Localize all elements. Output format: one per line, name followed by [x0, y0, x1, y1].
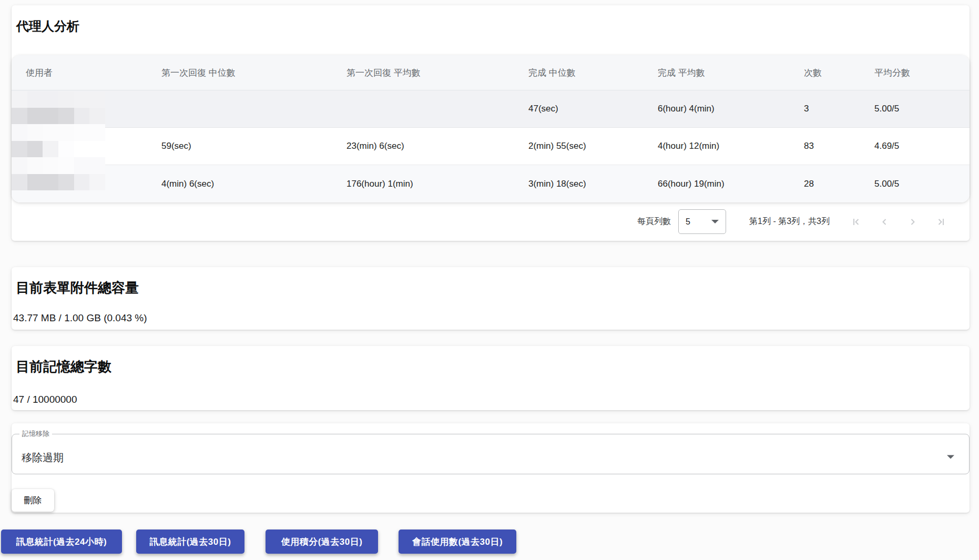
- cell-score: 5.00/5: [874, 104, 970, 114]
- column-header-count: 次數: [804, 67, 874, 79]
- memory-word-count-value: 47 / 10000000: [13, 394, 77, 405]
- cell-done-median: 3(min) 18(sec): [528, 179, 658, 189]
- chevron-down-icon: [947, 455, 954, 459]
- usage-credits-30d-button[interactable]: 使用積分(過去30日): [266, 530, 378, 554]
- cell-done-mean: 6(hour) 4(min): [658, 104, 804, 114]
- memory-remove-card: 記憶移除 移除過期 刪除: [12, 423, 970, 513]
- agent-analysis-table: 使用者 第一次回復 中位數 第一次回復 平均數 完成 中位數 完成 平均數 次數…: [12, 55, 970, 202]
- cell-count: 3: [804, 104, 874, 114]
- cell-score: 4.69/5: [874, 141, 970, 151]
- attachment-capacity-title: 目前表單附件總容量: [16, 279, 139, 297]
- cell-count: 83: [804, 141, 874, 151]
- column-header-user: 使用者: [26, 67, 161, 79]
- previous-page-button[interactable]: [879, 217, 890, 227]
- memory-remove-label: 記憶移除: [19, 430, 52, 438]
- table-header-row: 使用者 第一次回復 中位數 第一次回復 平均數 完成 中位數 完成 平均數 次數…: [12, 55, 970, 90]
- cell-first-reply-mean: 176(hour) 1(min): [346, 179, 528, 189]
- pagination-controls: [851, 217, 946, 227]
- agent-analysis-title: 代理人分析: [16, 18, 79, 35]
- chevron-left-icon: [879, 217, 890, 227]
- cell-count: 28: [804, 179, 874, 189]
- attachment-capacity-card: 目前表單附件總容量 43.77 MB / 1.00 GB (0.043 %): [12, 267, 970, 330]
- memory-word-count-title: 目前記憶總字數: [16, 358, 111, 376]
- column-header-done-mean: 完成 平均數: [658, 67, 804, 79]
- session-usage-30d-button[interactable]: 會話使用數(過去30日): [399, 530, 516, 554]
- admin-dashboard-page: 代理人分析 使用者 第一次回復 中位數 第一次回復 平均數 完成 中位數 完成 …: [0, 0, 979, 560]
- first-page-icon: [851, 217, 861, 227]
- chevron-right-icon: [907, 217, 918, 227]
- agent-analysis-card: 代理人分析 使用者 第一次回復 中位數 第一次回復 平均數 完成 中位數 完成 …: [12, 5, 970, 241]
- redacted-user-names: [12, 91, 105, 190]
- last-page-button[interactable]: [936, 217, 946, 227]
- cell-done-median: 2(min) 55(sec): [528, 141, 658, 151]
- column-header-first-reply-median: 第一次回復 中位數: [161, 67, 346, 79]
- delete-button[interactable]: 刪除: [12, 489, 54, 512]
- rows-per-page-select[interactable]: 5: [678, 209, 726, 234]
- rows-per-page-value: 5: [686, 217, 690, 227]
- cell-done-mean: 4(hour) 12(min): [658, 141, 804, 151]
- column-header-done-median: 完成 中位數: [528, 67, 658, 79]
- cell-first-reply-median: 59(sec): [161, 141, 346, 151]
- memory-word-count-card: 目前記憶總字數 47 / 10000000: [12, 346, 970, 410]
- chevron-down-icon: [711, 220, 719, 223]
- next-page-button[interactable]: [907, 217, 918, 227]
- table-row: 4(min) 6(sec) 176(hour) 1(min) 3(min) 18…: [12, 165, 970, 202]
- attachment-capacity-value: 43.77 MB / 1.00 GB (0.043 %): [13, 312, 147, 324]
- memory-remove-selected-value: 移除過期: [22, 451, 64, 465]
- column-header-first-reply-mean: 第一次回復 平均數: [346, 67, 528, 79]
- table-pagination: 每頁列數 5 第1列 - 第3列，共3列: [12, 202, 970, 241]
- cell-first-reply-median: 4(min) 6(sec): [161, 179, 346, 189]
- cell-done-median: 47(sec): [528, 104, 658, 114]
- table-row: 47(sec) 6(hour) 4(min) 3 5.00/5: [12, 90, 970, 128]
- cell-score: 5.00/5: [874, 179, 970, 189]
- pagination-range-label: 第1列 - 第3列，共3列: [749, 216, 830, 227]
- message-stats-24h-button[interactable]: 訊息統計(過去24小時): [1, 530, 122, 554]
- memory-remove-select[interactable]: 記憶移除 移除過期: [12, 430, 970, 474]
- first-page-button[interactable]: [851, 217, 861, 227]
- message-stats-30d-button[interactable]: 訊息統計(過去30日): [136, 530, 244, 554]
- cell-done-mean: 66(hour) 19(min): [658, 179, 804, 189]
- rows-per-page-label: 每頁列數: [637, 216, 671, 227]
- cell-first-reply-mean: 23(min) 6(sec): [346, 141, 528, 151]
- last-page-icon: [936, 217, 946, 227]
- report-buttons-row: 訊息統計(過去24小時) 訊息統計(過去30日) 使用積分(過去30日) 會話使…: [1, 530, 516, 554]
- table-row: 59(sec) 23(min) 6(sec) 2(min) 55(sec) 4(…: [12, 128, 970, 165]
- column-header-score: 平均分數: [874, 67, 970, 79]
